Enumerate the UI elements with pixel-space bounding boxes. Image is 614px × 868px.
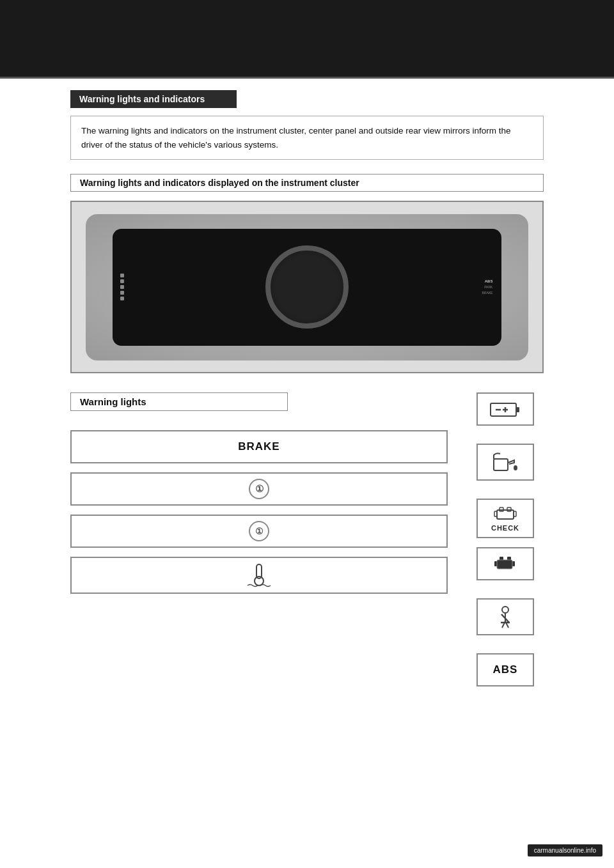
circle-i-warning-icon-2: ① <box>70 515 448 548</box>
svg-rect-13 <box>514 511 516 516</box>
brake-text: BRAKE <box>238 440 279 453</box>
seatbelt-svg-icon <box>494 605 516 629</box>
speedometer-circle <box>265 245 349 329</box>
sub-section-header: Warning lights and indicators displayed … <box>70 174 544 192</box>
page: Warning lights and indicators The warnin… <box>0 0 614 868</box>
check-warning-icon: CHECK <box>476 499 534 538</box>
circle-i-symbol-2: ① <box>249 521 269 541</box>
coolant-svg-icon <box>245 563 273 587</box>
brake-warning-icon: BRAKE <box>70 430 448 463</box>
warning-lights-header: Warning lights <box>70 392 288 411</box>
battery-svg-icon <box>489 399 521 419</box>
circle-i-char-2: ① <box>255 526 264 536</box>
seatbelt-warning-icon <box>476 598 534 635</box>
circle-i-warning-icon-1: ① <box>70 472 448 506</box>
warning-lights-header-label: Warning lights <box>80 396 146 407</box>
check-engine-svg <box>493 505 517 523</box>
svg-rect-18 <box>512 561 515 566</box>
coolant-warning-icon <box>70 557 448 594</box>
oil-svg-icon <box>491 450 519 474</box>
top-band <box>0 0 614 77</box>
info-box-text: The warning lights and indicators on the… <box>81 126 511 150</box>
circle-i-char-1: ① <box>255 483 264 495</box>
cluster-right-panel: ABS PARK BRAKE <box>482 279 492 295</box>
svg-rect-16 <box>507 557 511 561</box>
oil-warning-icon <box>476 444 534 481</box>
svg-rect-12 <box>494 511 497 516</box>
check-label-text: CHECK <box>491 524 519 532</box>
cluster-abs-label: ABS <box>485 279 493 283</box>
instrument-cluster-image: ABS PARK BRAKE <box>70 201 544 373</box>
content-area: Warning lights and indicators The warnin… <box>0 79 614 721</box>
watermark: carmanualsonline.info <box>528 844 602 856</box>
cluster-dot-2 <box>120 279 124 283</box>
engine-silhouette-svg <box>493 554 517 573</box>
svg-rect-3 <box>516 407 519 412</box>
info-box: The warning lights and indicators on the… <box>70 116 544 160</box>
svg-point-8 <box>514 465 517 470</box>
watermark-text: carmanualsonline.info <box>534 847 596 854</box>
cluster-park-text: PARK <box>484 285 492 289</box>
cluster-brake-text: BRAKE <box>482 291 492 295</box>
abs-text: ABS <box>493 663 518 676</box>
sub-section-header-label: Warning lights and indicators displayed … <box>80 178 359 188</box>
cluster-bg: ABS PARK BRAKE <box>113 229 502 346</box>
cluster-dot-3 <box>120 285 124 289</box>
warning-lights-section: Warning lights BRAKE ① ① <box>70 392 544 695</box>
battery-warning-icon <box>476 392 534 426</box>
cluster-left-icons <box>120 274 124 300</box>
warning-right-column: CHECK <box>467 392 544 695</box>
svg-rect-14 <box>497 560 512 569</box>
cluster-dot-5 <box>120 297 124 300</box>
svg-rect-7 <box>494 459 508 470</box>
section-header: Warning lights and indicators <box>70 90 237 108</box>
svg-point-20 <box>502 607 508 613</box>
svg-rect-15 <box>500 557 503 561</box>
svg-rect-17 <box>494 561 497 566</box>
engine-malfunction-icon <box>476 547 534 580</box>
circle-i-symbol-1: ① <box>249 479 269 499</box>
cluster-inner: ABS PARK BRAKE <box>86 214 528 360</box>
section-header-label: Warning lights and indicators <box>79 94 205 104</box>
warning-left-column: Warning lights BRAKE ① ① <box>70 392 448 695</box>
abs-warning-icon: ABS <box>476 653 534 686</box>
cluster-dot-1 <box>120 274 124 277</box>
cluster-dot-4 <box>120 291 124 295</box>
